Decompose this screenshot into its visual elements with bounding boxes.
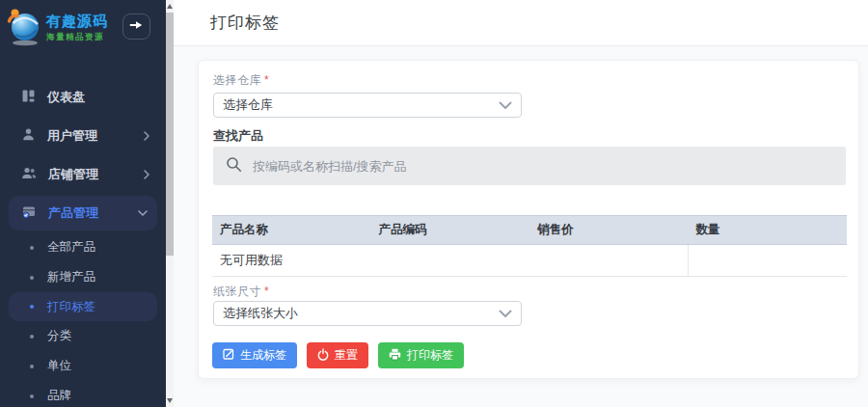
page-header: 打印标签	[174, 0, 868, 46]
sidebar-item-label: 仪表盘	[47, 89, 85, 106]
sidebar-subitem-units[interactable]: 单位	[0, 351, 166, 381]
bullet-icon	[30, 276, 34, 280]
dashboard-icon	[21, 89, 36, 107]
chevron-down-icon	[499, 98, 512, 113]
column-header-sale-price: 销售价	[529, 216, 689, 245]
sidebar-subitem-add-product[interactable]: 新增产品	[0, 262, 166, 292]
sidebar-item-products[interactable]: 产品管理	[9, 196, 157, 231]
power-icon	[317, 348, 329, 364]
product-search-box	[213, 147, 846, 185]
reset-button[interactable]: 重置	[307, 342, 368, 368]
column-header-product-name: 产品名称	[212, 216, 371, 245]
scroll-up-arrow-icon[interactable]	[167, 4, 173, 9]
column-header-product-code: 产品编码	[371, 216, 530, 245]
sidebar-item-label: 产品管理	[48, 204, 98, 222]
paper-size-label: 纸张尺寸*	[213, 284, 269, 300]
chevron-down-icon	[499, 307, 512, 321]
paper-size-select[interactable]: 选择纸张大小	[213, 301, 522, 326]
sidebar-subitem-all-products[interactable]: 全部产品	[0, 232, 166, 262]
warehouse-select-value: 选择仓库	[223, 96, 273, 114]
logo-title: 有趣源码	[46, 13, 108, 31]
arrow-right-icon	[129, 18, 144, 35]
print-label-card: 选择仓库* 选择仓库 查找产品	[198, 60, 859, 379]
sidebar-subitem-label: 打印标签	[47, 299, 95, 315]
column-header-quantity: 数量	[689, 216, 848, 245]
warehouse-select[interactable]: 选择仓库	[213, 93, 522, 118]
sidebar-scrollbar	[166, 0, 174, 407]
empty-data-cell: 无可用数据	[212, 245, 689, 277]
products-table: 产品名称 产品编码 销售价 数量 无可用数据	[212, 215, 847, 277]
search-icon	[226, 156, 242, 176]
bullet-icon	[30, 365, 34, 368]
sidebar-item-dashboard[interactable]: 仪表盘	[0, 78, 166, 117]
sidebar-item-label: 用户管理	[47, 127, 97, 145]
sidebar-subitem-label: 单位	[47, 358, 71, 374]
table-empty-row: 无可用数据	[212, 245, 847, 277]
required-asterisk: *	[264, 73, 269, 87]
scroll-down-arrow-icon[interactable]	[167, 398, 173, 403]
sidebar-subitem-print-labels[interactable]: 打印标签	[9, 292, 157, 321]
product-search-input[interactable]	[253, 159, 833, 174]
user-icon	[21, 127, 36, 146]
warehouse-label: 选择仓库*	[213, 72, 269, 89]
globe-logo-icon	[6, 6, 44, 50]
sidebar-item-label: 店铺管理	[48, 166, 98, 183]
sidebar-subitem-categories[interactable]: 分类	[0, 321, 166, 351]
sidebar-item-users[interactable]: 用户管理	[0, 117, 166, 155]
sidebar: 有趣源码 海量精品资源 仪表	[0, 0, 166, 407]
table-header-row: 产品名称 产品编码 销售价 数量	[212, 216, 847, 245]
app-logo: 有趣源码 海量精品资源	[6, 6, 108, 50]
action-buttons: 生成标签 重置	[212, 342, 464, 368]
generate-labels-button[interactable]: 生成标签	[212, 342, 297, 368]
product-box-icon	[21, 204, 37, 223]
bullet-icon	[30, 305, 34, 309]
bullet-icon	[30, 246, 34, 250]
users-icon	[21, 166, 37, 184]
chevron-down-icon	[137, 209, 149, 217]
paper-size-select-value: 选择纸张大小	[223, 305, 298, 322]
sidebar-item-shops[interactable]: 店铺管理	[0, 155, 166, 194]
bullet-icon	[30, 335, 34, 339]
required-asterisk: *	[264, 285, 269, 298]
printer-icon	[389, 348, 401, 364]
sidebar-subitem-label: 分类	[47, 328, 71, 344]
edit-square-icon	[223, 348, 234, 363]
sidebar-subitem-label: 品牌	[47, 388, 71, 404]
sidebar-subitem-brands[interactable]: 品牌	[0, 381, 166, 407]
main-content: 打印标签 选择仓库* 选择仓库 查找产品	[174, 0, 868, 407]
sidebar-subitem-label: 全部产品	[47, 239, 95, 256]
logo-subtitle: 海量精品资源	[46, 32, 108, 43]
bullet-icon	[30, 394, 34, 398]
print-labels-button[interactable]: 打印标签	[378, 342, 464, 368]
chevron-right-icon	[143, 130, 150, 142]
sidebar-menu: 仪表盘 用户管理	[0, 78, 166, 407]
sidebar-collapse-button[interactable]	[122, 14, 150, 40]
chevron-right-icon	[143, 169, 150, 180]
page-title: 打印标签	[210, 12, 280, 34]
search-product-label: 查找产品	[213, 127, 263, 145]
quantity-cell	[689, 245, 848, 277]
scrollbar-thumb[interactable]	[166, 13, 174, 256]
sidebar-subitem-label: 新增产品	[47, 269, 95, 285]
